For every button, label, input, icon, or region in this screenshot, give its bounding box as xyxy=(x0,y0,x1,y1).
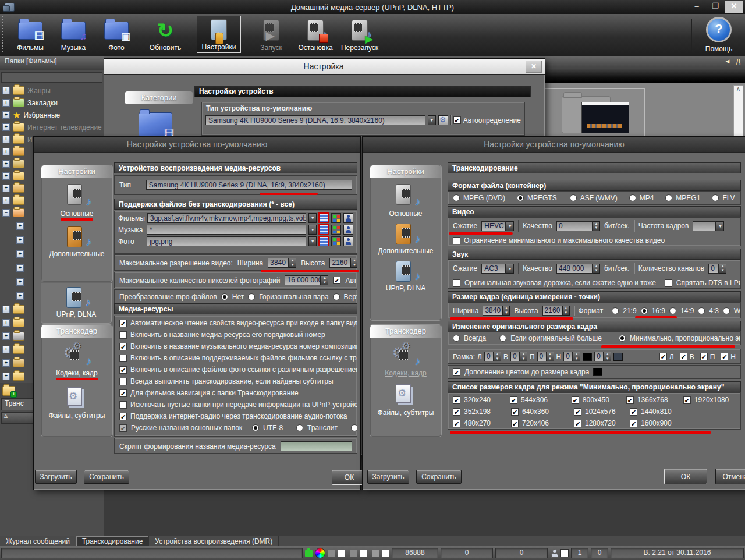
tree-item-favorites[interactable]: +★ Избранные xyxy=(0,109,104,121)
size-544x306-checkbox[interactable] xyxy=(510,396,517,404)
ratio-wh-radio[interactable] xyxy=(723,307,730,314)
media-check-6[interactable] xyxy=(119,389,127,397)
left-load-button[interactable]: Загрузить xyxy=(35,470,77,484)
auto-checkbox[interactable] xyxy=(333,277,340,284)
audio-codec-select[interactable]: AC3▼ xyxy=(481,264,514,274)
format-asf-radio[interactable] xyxy=(570,194,577,201)
max-height-stepper[interactable]: 2160 ▲▼ xyxy=(329,258,357,268)
border-color2-swatch[interactable] xyxy=(613,353,623,361)
device-type-input[interactable]: Samsung 4K HU9000 Series 9 (DLNA, 16:9, … xyxy=(146,180,352,190)
sidebar-item-main[interactable]: ♪ Основные xyxy=(370,183,441,218)
audio-dts-checkbox[interactable] xyxy=(665,279,672,287)
photo-grid-button[interactable] xyxy=(319,236,329,246)
audio-quality-stepper[interactable]: 448 000 ▲▼ xyxy=(556,264,600,274)
border-left-checkbox[interactable] xyxy=(659,353,667,360)
size-1280x720-checkbox[interactable] xyxy=(574,420,581,427)
media-check-3[interactable] xyxy=(119,355,127,362)
minimize-button[interactable]: – xyxy=(688,1,705,13)
size-800x450-checkbox[interactable] xyxy=(572,396,579,404)
tab-log[interactable]: Журнал сообщений xyxy=(0,536,76,547)
size-480x270-checkbox[interactable] xyxy=(453,420,460,427)
format-flv-radio[interactable] xyxy=(712,194,719,201)
tree-item-internet-tv[interactable]: + Интернет телевидение xyxy=(0,121,104,133)
photo-ext-input[interactable]: jpg,png xyxy=(147,236,306,246)
video-fps-select[interactable]: ▼ xyxy=(693,221,724,231)
size-1024x576-checkbox[interactable] xyxy=(574,408,581,416)
resize-minimal-radio[interactable] xyxy=(619,335,626,342)
expand-icon[interactable]: + xyxy=(2,99,10,107)
encoding-utf8-radio[interactable] xyxy=(252,424,259,431)
films-ext-input[interactable]: 3gp,asf,avi,flv,m4v,mkv,mov,mp4,mpeg,mpg… xyxy=(147,213,306,223)
tab-dmr[interactable]: Устройства воспроизведения (DMR) xyxy=(149,536,279,547)
music-grid-button[interactable] xyxy=(319,225,329,235)
border-right-checkbox[interactable] xyxy=(700,353,708,360)
sidebar-item-codecs[interactable]: ⚙⚙♪ Кодеки, кадр xyxy=(370,342,441,377)
toolbar-refresh-button[interactable]: ↻ Обновить xyxy=(143,16,187,53)
photo-types-button[interactable] xyxy=(331,236,341,246)
sidebar-item-files[interactable]: Файлы, субтитры xyxy=(41,385,112,420)
fill-color-swatch[interactable] xyxy=(593,368,602,376)
video-quality-stepper[interactable]: 0 ▲▼ xyxy=(556,221,600,231)
music-ext-input[interactable]: * xyxy=(147,225,306,235)
toolbar-photo-button[interactable]: ▣ Фото xyxy=(94,16,139,53)
films-ext-dropdown-icon[interactable]: ▼ xyxy=(308,213,317,223)
tree-item-bookmarks[interactable]: + Закладки xyxy=(0,97,104,109)
frame-height-stepper[interactable]: 2160 ▲▼ xyxy=(542,306,570,316)
mpo-vertical-radio[interactable] xyxy=(333,293,340,300)
size-1366x768-checkbox[interactable] xyxy=(626,396,634,404)
sidebar-item-upnp[interactable]: ♪ UPnP, DLNA xyxy=(370,260,441,292)
format-mpegts-radio[interactable] xyxy=(517,194,524,201)
music-types-button[interactable] xyxy=(331,225,341,235)
content-scrollbar[interactable]: ∧ xyxy=(733,85,743,139)
media-check-2[interactable] xyxy=(119,343,127,350)
tree-item-genres[interactable]: + Жанры xyxy=(0,84,104,97)
max-pixels-stepper[interactable]: 16 000 000 ▲▼ xyxy=(285,275,328,285)
format-mp4-radio[interactable] xyxy=(629,194,636,201)
expand-icon[interactable]: + xyxy=(2,136,10,143)
pin-icon[interactable]: Д xyxy=(736,58,740,65)
border-left-stepper[interactable]: 0▲▼ xyxy=(484,352,501,361)
media-check-8[interactable] xyxy=(119,413,127,420)
sidebar-item-files[interactable]: Файлы, субтитры xyxy=(370,382,441,417)
fill-color-checkbox[interactable] xyxy=(453,368,460,376)
autodetect-checkbox[interactable] xyxy=(453,116,461,124)
encoding-translit-radio[interactable] xyxy=(296,424,303,431)
ratio-21-9-radio[interactable] xyxy=(612,307,619,314)
size-1440x810-checkbox[interactable] xyxy=(630,408,637,416)
music-user-button[interactable] xyxy=(343,225,353,235)
toolbar-films-button[interactable]: 🎞 Фильмы xyxy=(8,16,52,53)
folders-filter-input[interactable] xyxy=(1,72,102,83)
right-save-button[interactable]: Сохранить xyxy=(416,470,462,484)
films-user-button[interactable] xyxy=(343,213,353,223)
format-mpeg1-radio[interactable] xyxy=(665,194,672,201)
left-ok-button[interactable]: ОК xyxy=(332,470,367,485)
device-type-select[interactable]: Samsung 4K HU9000 Series 9 (DLNA, 16:9, … xyxy=(205,115,425,125)
photo-ext-dropdown-icon[interactable]: ▼ xyxy=(308,236,317,246)
toolbar-settings-button[interactable]: ⚙ Настройки xyxy=(197,16,241,53)
resize-iflarger-radio[interactable] xyxy=(499,335,506,342)
border-extra-stepper[interactable]: 0▲▼ xyxy=(594,352,611,361)
toolbar-restart-button[interactable]: ♪▶ Перезапуск xyxy=(338,16,382,53)
settings-dialog-close-icon[interactable]: ✕ xyxy=(526,61,542,73)
right-cancel-button[interactable]: Отмена xyxy=(715,469,745,484)
ratio-14-9-radio[interactable] xyxy=(669,307,676,314)
border-color-swatch[interactable] xyxy=(583,353,592,361)
audio-channels-stepper[interactable]: 0 ▲▼ xyxy=(708,264,726,274)
video-limit-checkbox[interactable] xyxy=(453,237,460,244)
left-save-button[interactable]: Сохранить xyxy=(84,470,129,484)
tab-categories[interactable]: Категории xyxy=(125,91,193,107)
media-check-7[interactable] xyxy=(119,401,127,409)
border-top-checkbox[interactable] xyxy=(680,353,687,360)
toolbar-grip[interactable] xyxy=(2,16,3,54)
size-720x406-checkbox[interactable] xyxy=(511,420,519,427)
media-check-5[interactable] xyxy=(119,378,127,385)
video-codec-select[interactable]: HEVC▼ xyxy=(481,221,514,231)
max-width-stepper[interactable]: 3840 ▲▼ xyxy=(268,258,296,268)
mpo-none-radio[interactable] xyxy=(221,293,228,300)
media-check-4[interactable] xyxy=(119,366,127,374)
expand-icon[interactable]: + xyxy=(2,123,10,131)
tab-transcoding[interactable]: Транскодирование xyxy=(76,536,149,547)
music-ext-dropdown-icon[interactable]: ▼ xyxy=(308,225,317,235)
border-top-stepper[interactable]: 0▲▼ xyxy=(510,352,527,361)
films-types-button[interactable] xyxy=(331,213,341,223)
